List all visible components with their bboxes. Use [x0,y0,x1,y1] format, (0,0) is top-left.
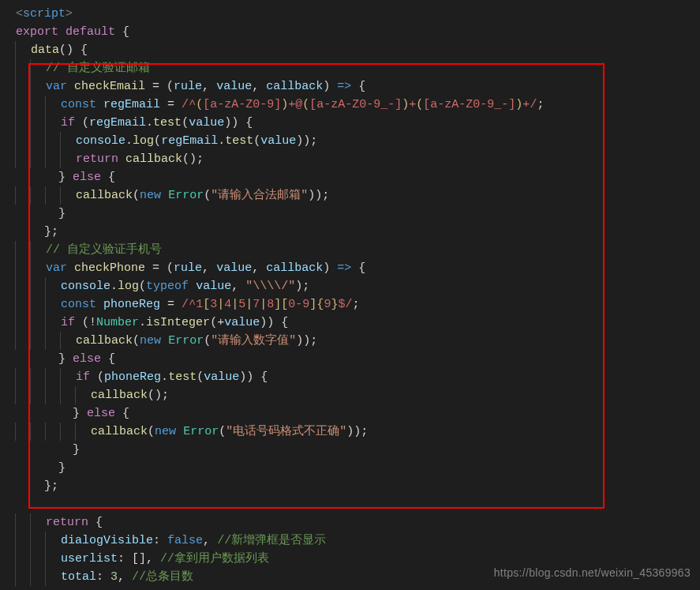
token-var: value [260,134,296,148]
code-line[interactable]: } [16,441,700,459]
token-ctrl: else [73,171,101,184]
token-reesc: [ [203,298,210,311]
indent-guide [60,186,76,205]
token-punc [96,298,103,311]
token-ctrl: if [61,316,75,329]
token-reesc: | [217,298,224,311]
code-line[interactable]: return { [16,513,700,532]
token-ctrl: if [61,116,75,130]
indent-guide [15,150,31,168]
token-punc: . [125,134,133,148]
token-bool: false [167,534,203,547]
indent-guide [75,386,91,404]
token-punc: . [139,316,146,329]
code-line[interactable]: var checkPhone = (rule, value, callback)… [16,259,700,277]
indent-guide [30,386,46,404]
code-line[interactable]: } else { [16,168,700,186]
token-re: 8 [267,298,274,311]
token-punc: } [16,207,66,220]
indent-guide [30,150,46,168]
indent-guide [30,550,46,568]
code-line[interactable]: }; [16,477,700,495]
code-line[interactable]: // 自定义验证手机号 [16,241,700,259]
indent-guide [45,532,61,550]
token-re: +@ [288,98,302,111]
token-reesc: [ [281,298,288,311]
code-line[interactable]: callback(new Error("电话号码格式不正确")); [16,423,700,441]
token-reesc: ( [416,98,423,111]
token-ctrl: if [76,370,90,384]
code-line[interactable]: if (!Number.isInteger(+value)) { [16,314,700,332]
indent-guide [30,332,46,350]
code-line[interactable]: callback(new Error("请输入合法邮箱")); [16,186,700,205]
indent-guide [45,386,61,404]
token-kw: => [337,80,351,93]
code-line[interactable]: callback(new Error("请输入数字值")); [16,332,700,350]
token-reesc: ] [309,298,316,311]
token-cmt: //拿到用户数据列表 [160,552,269,566]
token-punc: ( [219,425,226,438]
code-line[interactable]: if (regEmail.test(value)) { [16,114,700,132]
token-tag: > [66,7,73,21]
code-editor[interactable]: <script>export default { data() { // 自定义… [0,0,700,586]
token-reesc: ) [515,98,522,111]
indent-guide [15,295,31,314]
token-punc: , [203,534,217,547]
token-kw: typeof [146,280,189,293]
token-var: phoneReg [103,298,160,311]
token-fn: isInteger [146,316,210,329]
token-fn: data [31,43,59,57]
code-line[interactable]: if (phoneReg.test(value)) { [16,368,700,386]
token-var: console [76,134,125,148]
code-line[interactable]: dialogVisible: false, //新增弹框是否显示 [16,532,700,550]
code-line[interactable]: console.log(typeof value, "\\\\/"); [16,277,700,295]
code-line[interactable]: }; [16,223,700,241]
token-str: "电话号码格式不正确" [226,425,346,438]
code-line[interactable]: console.log(regEmail.test(value)); [16,132,700,150]
code-line[interactable] [16,495,700,513]
indent-guide [45,314,61,332]
code-line[interactable]: data() { [16,41,700,59]
token-punc: () { [59,43,88,57]
token-punc: (); [148,389,169,402]
code-line[interactable]: userlist: [], //拿到用户数据列表 [16,550,700,568]
indent-guide [30,114,46,132]
code-line[interactable]: <script> [16,5,700,23]
code-line[interactable]: callback(); [16,386,700,404]
code-line[interactable]: var checkEmail = (rule, value, callback)… [16,77,700,96]
token-punc: ; [537,98,544,111]
token-punc: ) [323,261,337,275]
token-reesc: ] [274,298,281,311]
code-line[interactable]: export default { [16,23,700,41]
code-line[interactable]: } [16,205,700,223]
code-line[interactable]: } [16,459,700,477]
indent-guide [15,277,31,295]
token-cmt: // 自定义验证邮箱 [46,62,150,75]
code-line[interactable]: const phoneReg = /^1[3|4|5|7|8][0-9]{9}$… [16,295,700,314]
indent-guide [30,277,46,295]
token-var: console [61,280,110,293]
code-line[interactable]: total: 3, //总条目数 [16,568,700,586]
token-punc: : [96,570,110,584]
token-cmt: //总条目数 [132,570,193,584]
indent-guide [60,386,76,404]
indent-guide [15,59,31,77]
indent-guide [15,423,31,441]
token-punc: , [231,280,245,293]
token-punc [67,261,74,275]
code-line[interactable]: return callback(); [16,150,700,168]
indent-guide [15,259,31,277]
token-kw: new [140,334,161,348]
token-punc: = [160,298,182,311]
code-line[interactable]: // 自定义验证邮箱 [16,59,700,77]
token-var: rule [174,261,202,275]
token-punc [118,152,125,166]
token-punc: )) { [260,316,288,329]
token-cls: Error [183,425,219,438]
code-line[interactable]: } else { [16,350,700,368]
indent-guide [15,186,31,205]
code-line[interactable]: const regEmail = /^([a-zA-Z0-9])+@([a-zA… [16,96,700,114]
token-re: + [409,98,416,111]
code-line[interactable]: } else { [16,404,700,423]
token-kw: var [46,80,67,93]
